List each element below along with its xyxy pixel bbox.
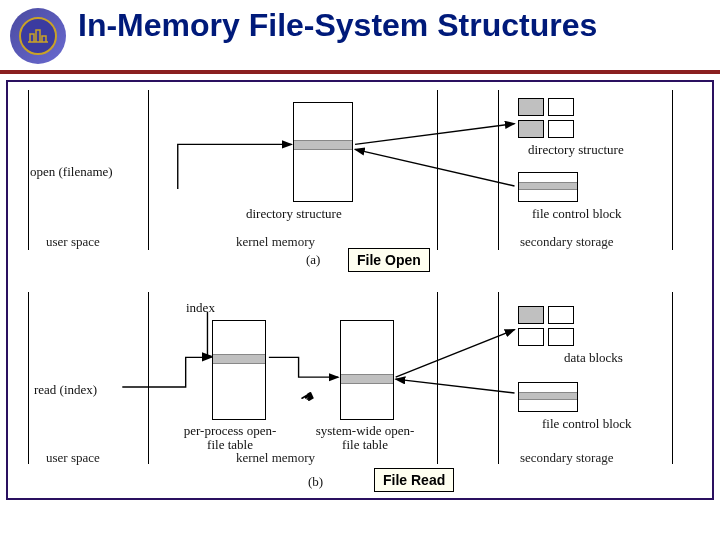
a-ds-b4 <box>548 120 574 138</box>
band-a-dir <box>294 140 352 150</box>
b-db-2 <box>548 306 574 324</box>
label-a-fcb: file control block <box>532 206 622 222</box>
zone-b-kernel-label: kernel memory <box>236 450 315 466</box>
box-a-dir-struct <box>293 102 353 202</box>
label-b-syswide: system-wide open-file table <box>310 424 420 453</box>
a-ds-b1 <box>518 98 544 116</box>
diagram-canvas: open (filename) directory structure dire… <box>6 80 714 500</box>
svg-point-0 <box>20 18 56 54</box>
panel-a-id: (a) <box>306 252 320 268</box>
band-b-syswide <box>341 374 393 384</box>
b-db-1 <box>518 306 544 324</box>
title-underline <box>0 70 720 74</box>
callout-file-read: File Read <box>374 468 454 492</box>
band-a-fcb <box>519 182 577 190</box>
label-a-remote-dir: directory structure <box>528 142 624 158</box>
region-b-user <box>28 292 148 464</box>
slide-header: In-Memory File-System Structures <box>0 0 720 68</box>
read-call-text: read (index) <box>34 382 97 398</box>
a-ds-b2 <box>548 98 574 116</box>
zone-a-user-label: user space <box>46 234 100 250</box>
zone-b-storage-label: secondary storage <box>520 450 614 466</box>
callout-file-open: File Open <box>348 248 430 272</box>
b-db-3 <box>518 328 544 346</box>
label-b-fcb: file control block <box>542 416 632 432</box>
label-b-index: index <box>186 300 215 316</box>
zone-b-user-label: user space <box>46 450 100 466</box>
panel-b-id: (b) <box>308 474 323 490</box>
institution-logo <box>10 8 66 64</box>
box-b-syswide <box>340 320 394 420</box>
label-b-perproc: per-process open-file table <box>180 424 280 453</box>
b-db-4 <box>548 328 574 346</box>
label-b-datablocks: data blocks <box>564 350 623 366</box>
slide-title: In-Memory File-System Structures <box>78 8 597 43</box>
a-ds-b3 <box>518 120 544 138</box>
band-b-fcb <box>519 392 577 400</box>
zone-a-storage-label: secondary storage <box>520 234 614 250</box>
box-b-perproc <box>212 320 266 420</box>
open-call-text: open (filename) <box>30 164 113 180</box>
label-a-dir-struct: directory structure <box>246 206 342 222</box>
band-b-perproc <box>213 354 265 364</box>
zone-a-kernel-label: kernel memory <box>236 234 315 250</box>
